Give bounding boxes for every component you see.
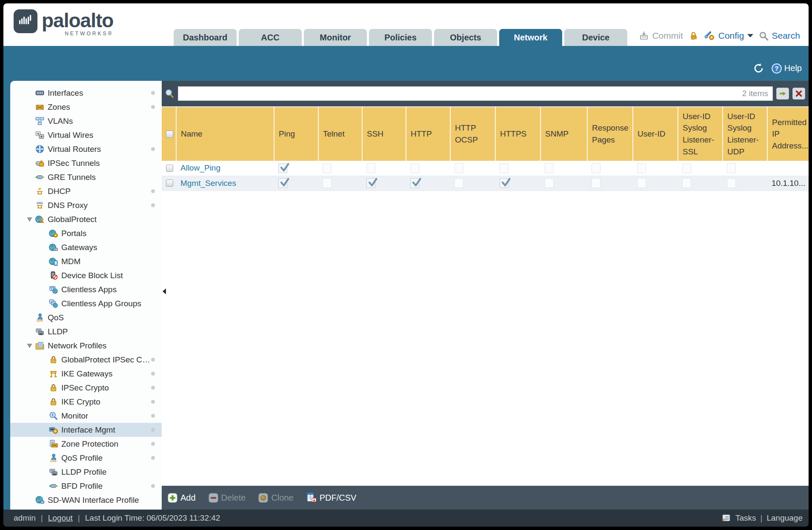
user_id-checkbox[interactable] — [637, 163, 646, 173]
tree-expander-icon[interactable] — [24, 217, 35, 222]
sidebar-item-monitor[interactable]: Monitor — [10, 409, 162, 423]
sidebar-item-device-block-list[interactable]: Device Block List — [10, 268, 162, 282]
tab-objects[interactable]: Objects — [434, 29, 497, 46]
column-header-name[interactable]: Name — [176, 107, 274, 161]
user_id_syslog_ssl-checkbox[interactable] — [682, 163, 691, 173]
clear-filter-button[interactable] — [792, 88, 805, 100]
sidebar-item-dhcp[interactable]: IPDHCP — [10, 184, 162, 198]
clone-button[interactable]: Clone — [258, 493, 293, 503]
telnet-checkbox[interactable] — [323, 178, 332, 188]
row-select-checkbox[interactable] — [166, 165, 173, 172]
column-header-snmp[interactable]: SNMP — [540, 107, 587, 161]
sidebar-item-ipsec-crypto[interactable]: IPSec Crypto — [10, 381, 162, 395]
sidebar-item-zone-protection[interactable]: Zone Protection — [10, 437, 162, 451]
ssh-checkbox-checked[interactable] — [366, 178, 375, 188]
user_id_syslog_udp-checkbox[interactable] — [727, 163, 736, 173]
sidebar-item-clientless-apps[interactable]: Clientless Apps — [10, 282, 162, 296]
language-link[interactable]: Language — [766, 513, 803, 523]
https-checkbox[interactable] — [500, 163, 509, 173]
user_id-checkbox[interactable] — [637, 178, 646, 188]
sidebar-item-qos[interactable]: QoSQoS — [10, 311, 162, 325]
sidebar-item-bfd-profile[interactable]: BFD Profile — [10, 479, 162, 493]
column-header-response_pages[interactable]: Response Pages — [587, 107, 633, 161]
snmp-checkbox[interactable] — [545, 163, 554, 173]
response_pages-checkbox[interactable] — [592, 178, 600, 188]
select-all-checkbox[interactable] — [166, 131, 173, 138]
column-header-http[interactable]: HTTP — [406, 107, 450, 161]
sidebar-item-globalprotect-ipsec-crypto[interactable]: GlobalProtect IPSec Crypto — [10, 353, 162, 367]
sidebar-item-qos-profile[interactable]: QoSQoS Profile — [10, 451, 162, 465]
tab-policies[interactable]: Policies — [369, 29, 432, 46]
sidebar-item-sd-wan-interface-profile[interactable]: SD-WAN Interface Profile — [10, 493, 162, 507]
user_id_syslog_udp-checkbox[interactable] — [727, 178, 736, 188]
sidebar-item-lldp-profile[interactable]: LLDP Profile — [10, 465, 162, 479]
column-header-http_ocsp[interactable]: HTTP OCSP — [450, 107, 495, 161]
tab-acc[interactable]: ACC — [239, 29, 302, 46]
http-cell — [406, 176, 450, 191]
sidebar-item-interface-mgmt[interactable]: Interface Mgmt — [10, 423, 162, 437]
http-checkbox-checked[interactable] — [410, 178, 419, 188]
column-header-ssh[interactable]: SSH — [362, 107, 406, 161]
http_ocsp-checkbox[interactable] — [455, 163, 463, 173]
help-icon[interactable]: ? — [771, 63, 782, 74]
sidebar-item-zones[interactable]: Zones — [10, 100, 162, 114]
sidebar-item-lldp[interactable]: LLDP — [10, 325, 162, 339]
user_id_syslog_ssl-checkbox[interactable] — [682, 178, 691, 188]
commit-label: Commit — [652, 31, 683, 41]
https-checkbox-checked[interactable] — [500, 178, 509, 188]
http_ocsp-checkbox[interactable] — [455, 178, 463, 188]
tab-device[interactable]: Device — [564, 29, 627, 46]
sidebar-item-virtual-routers[interactable]: Virtual Routers — [10, 142, 162, 156]
tab-dashboard[interactable]: Dashboard — [174, 29, 237, 46]
http-checkbox[interactable] — [410, 163, 419, 173]
tasks-link[interactable]: Tasks — [735, 513, 756, 523]
global-search-button[interactable]: Search — [758, 31, 800, 41]
add-button[interactable]: Add — [168, 493, 196, 503]
sidebar-item-gre-tunnels[interactable]: GRE Tunnels — [10, 170, 162, 184]
ssh-checkbox[interactable] — [366, 163, 375, 173]
sidebar-collapse-icon[interactable] — [163, 288, 166, 294]
sidebar-item-ike-crypto[interactable]: IKE Crypto — [10, 395, 162, 409]
ping-checkbox-checked[interactable] — [278, 178, 287, 188]
sidebar-item-dns-proxy[interactable]: DNSDNS Proxy — [10, 198, 162, 212]
row-select-checkbox[interactable] — [166, 180, 173, 187]
column-header-permitted_ip[interactable]: Permitted IP Address... — [767, 107, 809, 161]
lock-icon[interactable] — [688, 31, 699, 41]
tab-monitor[interactable]: Monitor — [304, 29, 367, 46]
telnet-checkbox[interactable] — [323, 163, 332, 173]
tree-expander-icon[interactable] — [24, 343, 35, 348]
profile-link[interactable]: Allow_Ping — [180, 163, 220, 172]
column-header-user_id_syslog_ssl[interactable]: User-ID Syslog Listener-SSL — [678, 107, 723, 161]
config-menu-button[interactable]: Config — [704, 30, 754, 42]
snmp-checkbox[interactable] — [545, 178, 554, 188]
sidebar-item-vlans[interactable]: VLANs — [10, 114, 162, 128]
column-header-https[interactable]: HTTPS — [495, 107, 540, 161]
sidebar-item-portals[interactable]: Portals — [10, 226, 162, 240]
apply-filter-button[interactable] — [776, 88, 789, 100]
logout-link[interactable]: Logout — [48, 513, 73, 523]
filter-input[interactable] — [183, 89, 739, 98]
delete-button[interactable]: Delete — [209, 493, 246, 503]
sidebar-item-network-profiles[interactable]: Network Profiles — [10, 339, 162, 353]
column-header-telnet[interactable]: Telnet — [318, 107, 362, 161]
profile-link[interactable]: Mgmt_Services — [180, 179, 236, 188]
sidebar-item-clientless-app-groups[interactable]: Clientless App Groups — [10, 296, 162, 311]
telnet-cell — [318, 176, 362, 191]
sidebar-item-mdm[interactable]: MDM — [10, 254, 162, 268]
sidebar-item-interfaces[interactable]: Interfaces — [10, 86, 162, 100]
column-header-user_id[interactable]: User-ID — [633, 107, 678, 161]
tab-network[interactable]: Network — [499, 29, 562, 46]
sidebar-item-gateways[interactable]: Gateways — [10, 240, 162, 254]
help-label[interactable]: Help — [784, 63, 802, 73]
ping-checkbox-checked[interactable] — [278, 163, 287, 173]
sidebar-item-ike-gateways[interactable]: IKE Gateways — [10, 367, 162, 381]
pdf-csv-button[interactable]: PDF/CSV — [306, 493, 357, 503]
column-header-ping[interactable]: Ping — [274, 107, 318, 161]
column-header-user_id_syslog_udp[interactable]: User-ID Syslog Listener-UDP — [723, 107, 767, 161]
sidebar-item-virtual-wires[interactable]: Virtual Wires — [10, 128, 162, 142]
sidebar-item-globalprotect[interactable]: GlobalProtect — [10, 212, 162, 226]
commit-button[interactable]: Commit — [638, 30, 683, 41]
response_pages-checkbox[interactable] — [592, 163, 600, 173]
sidebar-item-ipsec-tunnels[interactable]: IPSec Tunnels — [10, 156, 162, 170]
refresh-icon[interactable] — [753, 63, 764, 74]
